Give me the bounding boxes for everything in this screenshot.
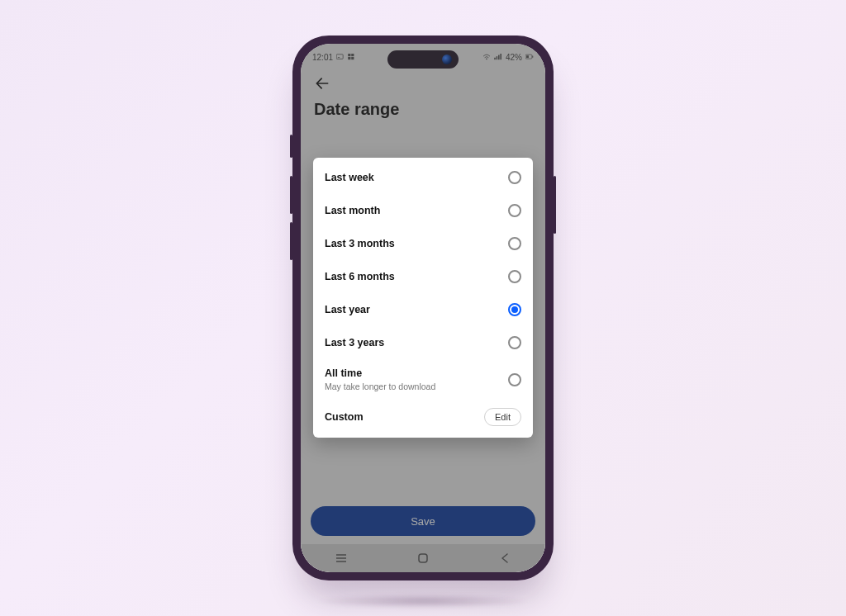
option-label: Last 3 years	[325, 337, 384, 349]
date-range-dialog: Last week Last month Last 3 months Last …	[313, 158, 533, 438]
option-label: Last month	[325, 205, 380, 217]
radio-icon[interactable]	[508, 204, 521, 217]
screen: 12:01 42%	[301, 44, 545, 572]
option-label: Last year	[325, 304, 370, 316]
option-label: Last 6 months	[325, 271, 395, 283]
radio-icon[interactable]	[508, 237, 521, 250]
option-label: All time	[325, 367, 435, 380]
phone-side-button	[290, 135, 292, 158]
radio-icon[interactable]	[508, 303, 521, 316]
option-label: Last 3 months	[325, 238, 395, 250]
option-last-month[interactable]: Last month	[313, 194, 533, 227]
option-label: Custom	[325, 411, 364, 424]
option-all-time[interactable]: All time May take longer to download	[313, 359, 533, 400]
radio-icon[interactable]	[508, 373, 521, 386]
edit-button[interactable]: Edit	[484, 408, 521, 426]
radio-icon[interactable]	[508, 171, 521, 184]
front-camera-icon	[442, 54, 452, 64]
option-last-3-years[interactable]: Last 3 years	[313, 326, 533, 359]
phone-volume-down	[290, 222, 292, 260]
radio-icon[interactable]	[508, 336, 521, 349]
option-subtitle: May take longer to download	[325, 381, 435, 391]
phone-power-button	[554, 176, 556, 234]
option-last-week[interactable]: Last week	[313, 161, 533, 194]
phone-mockup: 12:01 42%	[292, 36, 554, 580]
option-label: Last week	[325, 172, 374, 184]
radio-icon[interactable]	[508, 270, 521, 283]
option-last-3-months[interactable]: Last 3 months	[313, 227, 533, 260]
option-last-year[interactable]: Last year	[313, 293, 533, 326]
dynamic-island	[387, 50, 459, 69]
option-custom[interactable]: Custom Edit	[313, 400, 533, 434]
option-last-6-months[interactable]: Last 6 months	[313, 260, 533, 293]
phone-volume-up	[290, 176, 292, 214]
